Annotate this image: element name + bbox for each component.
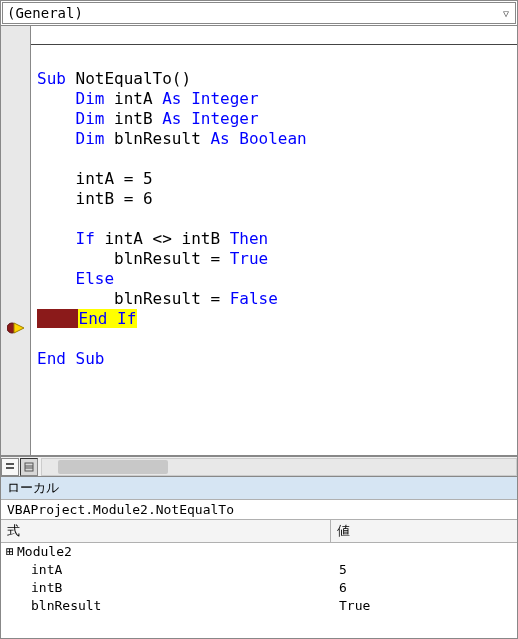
var-b: intB [114, 109, 162, 128]
object-dropdown-label: (General) [7, 5, 83, 21]
locals-value: 5 [333, 561, 517, 579]
locals-pane: ローカル VBAProject.Module2.NotEqualTo 式 値 ⊞… [1, 476, 517, 638]
indicator-margin[interactable] [1, 26, 31, 455]
scrollbar-thumb[interactable] [58, 460, 168, 474]
code-editor[interactable]: Sub NotEqualTo() Dim intA As Integer Dim… [31, 26, 517, 455]
locals-context: VBAProject.Module2.NotEqualTo [1, 500, 517, 520]
full-module-view-button[interactable] [20, 458, 38, 476]
var-a: intA [114, 89, 162, 108]
res-false-pre: blnResult = [37, 289, 230, 308]
locals-header: 式 値 [1, 520, 517, 543]
keyword-sub: Sub [37, 69, 76, 88]
procedure-view-icon [5, 462, 15, 472]
expand-spacer [3, 597, 17, 615]
breakpoint-highlight [37, 309, 78, 328]
locals-value [333, 543, 517, 561]
svg-rect-3 [6, 467, 14, 469]
expand-icon[interactable]: ⊞ [3, 543, 17, 561]
locals-row[interactable]: ⊞ Module2 [1, 543, 517, 561]
keyword-dim: Dim [76, 89, 115, 108]
locals-row[interactable]: intA 5 [1, 561, 517, 579]
procedure-view-button[interactable] [1, 458, 19, 476]
locals-name: Module2 [17, 543, 333, 561]
dropdown-bar: (General) ▽ [1, 1, 517, 26]
chevron-down-icon: ▽ [503, 8, 509, 19]
keyword-then: Then [230, 229, 269, 248]
locals-name: intA [17, 561, 333, 579]
locals-header-expression[interactable]: 式 [1, 520, 331, 542]
keyword-dim: Dim [76, 129, 115, 148]
locals-title: ローカル [1, 477, 517, 500]
expand-spacer [3, 561, 17, 579]
keyword-as-integer: As Integer [162, 89, 258, 108]
if-cond: intA <> intB [104, 229, 229, 248]
locals-name: blnResult [17, 597, 333, 615]
var-r: blnResult [114, 129, 210, 148]
svg-rect-4 [25, 463, 33, 471]
horizontal-scrollbar[interactable] [41, 458, 517, 476]
assign-a: intA = 5 [37, 169, 153, 188]
code-block: Sub NotEqualTo() Dim intA As Integer Dim… [31, 44, 517, 393]
svg-rect-2 [6, 463, 14, 465]
expand-spacer [3, 579, 17, 597]
res-true-pre: blnResult = [37, 249, 230, 268]
assign-b: intB = 6 [37, 189, 153, 208]
locals-row[interactable]: intB 6 [1, 579, 517, 597]
full-module-view-icon [24, 462, 34, 472]
vba-editor-window: (General) ▽ Sub NotEqualTo() Dim intA As… [0, 0, 518, 639]
locals-row[interactable]: blnResult True [1, 597, 517, 615]
keyword-dim: Dim [76, 109, 115, 128]
view-buttons-row [1, 456, 517, 476]
current-line-highlight: End If [78, 309, 138, 328]
keyword-else: Else [76, 269, 115, 288]
object-dropdown[interactable]: (General) ▽ [2, 2, 516, 24]
locals-body[interactable]: ⊞ Module2 intA 5 intB 6 blnResult True [1, 543, 517, 638]
keyword-end-sub: End Sub [37, 349, 104, 368]
keyword-as-boolean: As Boolean [210, 129, 306, 148]
keyword-false: False [230, 289, 278, 308]
svg-marker-1 [14, 323, 24, 333]
sub-name: NotEqualTo() [76, 69, 192, 88]
execution-pointer-icon [7, 321, 25, 335]
keyword-as-integer: As Integer [162, 109, 258, 128]
locals-value: True [333, 597, 517, 615]
locals-header-value[interactable]: 値 [331, 520, 517, 542]
keyword-true: True [230, 249, 269, 268]
locals-name: intB [17, 579, 333, 597]
keyword-if: If [76, 229, 105, 248]
locals-value: 6 [333, 579, 517, 597]
code-area: Sub NotEqualTo() Dim intA As Integer Dim… [1, 26, 517, 456]
